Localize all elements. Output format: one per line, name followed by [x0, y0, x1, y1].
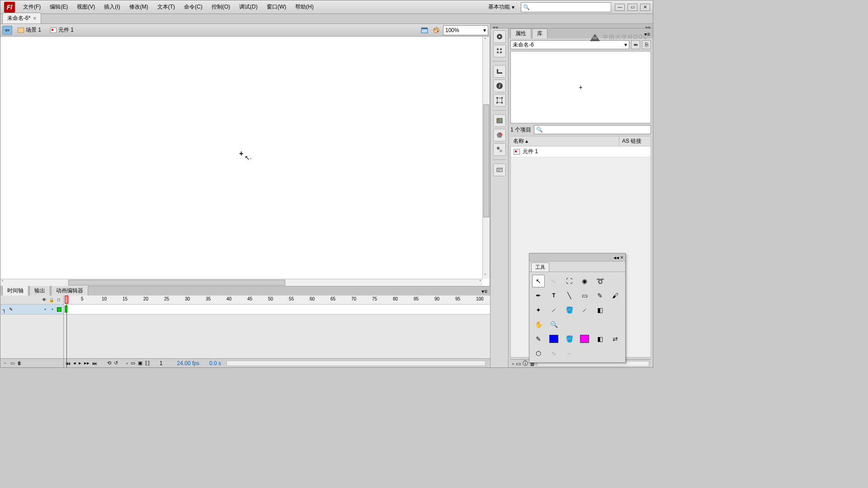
workspace-selector[interactable]: 基本功能 ▾	[486, 2, 517, 12]
horizontal-scrollbar[interactable]: ˂ ˃	[0, 279, 482, 286]
fill-color-button[interactable]: 🪣	[563, 333, 576, 345]
timeline-ruler[interactable]: 1 5 10 15 20 25 30 35 40 45 50 55	[64, 296, 490, 305]
library-search[interactable]: 🔍	[534, 125, 651, 134]
edit-scene-button[interactable]	[420, 26, 429, 35]
goto-last-button[interactable]: ⏭	[92, 361, 97, 366]
hand-tool[interactable]: ✋	[532, 318, 545, 331]
stroke-color-button[interactable]: ✎	[532, 333, 545, 345]
menu-file[interactable]: 文件(F)	[19, 0, 45, 14]
tab-output[interactable]: 输出	[29, 286, 50, 296]
edit-symbol-button[interactable]	[431, 26, 441, 35]
playhead-handle[interactable]	[65, 296, 68, 304]
layer-lock-dot[interactable]: •	[50, 307, 55, 312]
new-folder-button[interactable]: ▭	[9, 361, 15, 366]
menu-control[interactable]: 控制(O)	[207, 0, 235, 14]
bone-tool[interactable]: ⟋	[547, 304, 560, 316]
smooth-button[interactable]: ∿	[547, 347, 560, 360]
step-forward-button[interactable]: ▸▸	[84, 360, 90, 366]
tools-tab[interactable]: 工具	[531, 263, 549, 272]
brush-tool[interactable]: 🖌	[609, 289, 622, 302]
vertical-scrollbar[interactable]: ˄ ˅	[482, 37, 490, 279]
rail-properties-button[interactable]	[493, 30, 506, 43]
deco-tool[interactable]: ✦	[532, 304, 545, 316]
breadcrumb-scene[interactable]: 场景 1	[14, 25, 45, 35]
search-box[interactable]: 🔍	[521, 2, 611, 12]
swap-colors-button[interactable]: ⇄	[609, 333, 622, 345]
menu-modify[interactable]: 修改(M)	[125, 0, 153, 14]
snap-button[interactable]: ⬡	[532, 347, 545, 360]
menu-text[interactable]: 文本(T)	[153, 0, 179, 14]
menu-view[interactable]: 视图(V)	[72, 0, 99, 14]
close-tab-icon[interactable]: ×	[33, 15, 36, 22]
black-white-button[interactable]: ◧	[594, 333, 606, 345]
pencil-tool[interactable]: ✎	[594, 289, 606, 302]
breadcrumb-symbol[interactable]: 元件 1	[47, 25, 77, 35]
lock-header-icon[interactable]: 🔒	[49, 297, 54, 303]
keyframe-icon[interactable]	[65, 305, 67, 313]
new-folder-button[interactable]: ▭	[516, 361, 521, 367]
zoom-tool[interactable]: 🔍	[547, 318, 560, 331]
tab-timeline[interactable]: 时间轴	[2, 286, 28, 296]
minimize-button[interactable]: —	[615, 4, 625, 11]
playhead[interactable]	[66, 296, 67, 367]
tools-panel-titlebar[interactable]: ◂◂ ×	[529, 253, 625, 262]
new-symbol-button[interactable]: ▫	[512, 361, 514, 367]
3d-rotation-tool[interactable]: ◉	[578, 275, 591, 287]
rail-info-button[interactable]: i	[493, 80, 506, 92]
scrollbar-thumb[interactable]	[483, 104, 489, 217]
close-panel-icon[interactable]: ×	[620, 254, 623, 261]
rail-transform-button[interactable]	[493, 94, 506, 107]
menu-window[interactable]: 窗口(W)	[262, 0, 291, 14]
zoom-dropdown[interactable]: 100% ▾	[443, 25, 488, 35]
tab-motion-editor[interactable]: 动画编辑器	[51, 286, 88, 296]
eraser-tool[interactable]: ◧	[594, 304, 606, 316]
step-back-button[interactable]: ◂	[73, 360, 76, 366]
document-tab[interactable]: 未命名-6* ×	[2, 13, 41, 23]
collapse-icon[interactable]: ◂◂	[613, 254, 619, 261]
rail-align-button[interactable]	[493, 65, 506, 78]
scroll-left-icon[interactable]: ˂	[1, 280, 4, 284]
lasso-tool[interactable]: ➰	[594, 275, 606, 287]
line-tool[interactable]: ╲	[563, 289, 576, 302]
maximize-button[interactable]: ▭	[627, 4, 637, 11]
panel-collapse-strip[interactable]: ◂◂▸▸	[491, 24, 653, 28]
play-button[interactable]: ▸	[79, 360, 81, 366]
stage-canvas[interactable]: + ↖▫ ˄ ˅ ˂ ˃	[0, 37, 490, 286]
rail-color-button[interactable]	[493, 129, 506, 141]
rectangle-tool[interactable]: ▭	[578, 289, 591, 302]
scrollbar-thumb[interactable]	[68, 280, 285, 286]
timeline-frame-row[interactable]	[64, 305, 490, 314]
tools-panel[interactable]: ◂◂ × 工具 ↖ ↖ ⛶ ◉ ➰ ✒	[529, 253, 626, 363]
layer-visible-dot[interactable]: •	[42, 307, 48, 312]
subselection-tool[interactable]: ↖	[547, 275, 560, 287]
text-tool[interactable]: T	[547, 289, 560, 302]
selection-tool[interactable]: ↖	[532, 275, 545, 287]
straighten-button[interactable]: ⌐	[563, 347, 576, 360]
new-library-button[interactable]: ⎘	[642, 40, 651, 49]
fill-color-swatch[interactable]	[578, 333, 591, 345]
rail-components-button[interactable]	[493, 164, 506, 176]
properties-button[interactable]: ⓘ	[523, 360, 528, 367]
tab-library[interactable]: 库	[532, 28, 547, 38]
rail-swatches-button[interactable]	[493, 114, 506, 127]
delete-layer-button[interactable]: 🗑	[17, 361, 22, 366]
modify-markers-button[interactable]: ⟦⟧	[145, 360, 150, 366]
pen-tool[interactable]: ✒	[532, 289, 545, 302]
scroll-down-icon[interactable]: ˅	[484, 273, 486, 278]
stroke-color-swatch[interactable]	[547, 333, 560, 345]
eyedropper-tool[interactable]: ⟋	[578, 304, 591, 316]
library-column-aslink[interactable]: AS 链接	[619, 136, 651, 146]
visibility-header-icon[interactable]: 👁	[42, 297, 47, 303]
scroll-right-icon[interactable]: ˃	[479, 280, 481, 284]
layer-row[interactable]: ┐ ✎ • •	[0, 305, 63, 314]
new-layer-button[interactable]: ▫	[2, 361, 8, 366]
onion-skin-button[interactable]: ▫	[126, 361, 128, 366]
close-window-button[interactable]: ✕	[640, 4, 650, 11]
menu-help[interactable]: 帮助(H)	[291, 0, 318, 14]
panel-menu-icon[interactable]: ▾≡	[479, 287, 490, 296]
loop-button[interactable]: ↺	[114, 360, 118, 366]
edit-multiple-button[interactable]: ▣	[138, 360, 142, 366]
library-column-name[interactable]: 名称 ▴	[510, 136, 619, 146]
center-frame-button[interactable]: ⟲	[107, 360, 111, 366]
layer-outline-swatch[interactable]	[57, 307, 61, 312]
